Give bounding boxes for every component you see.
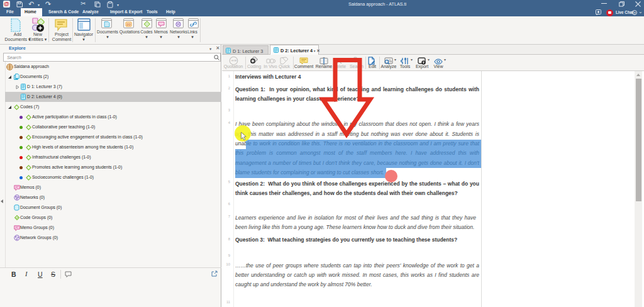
svg-text:“”: “” <box>231 59 236 65</box>
svg-text:99: 99 <box>126 23 131 26</box>
